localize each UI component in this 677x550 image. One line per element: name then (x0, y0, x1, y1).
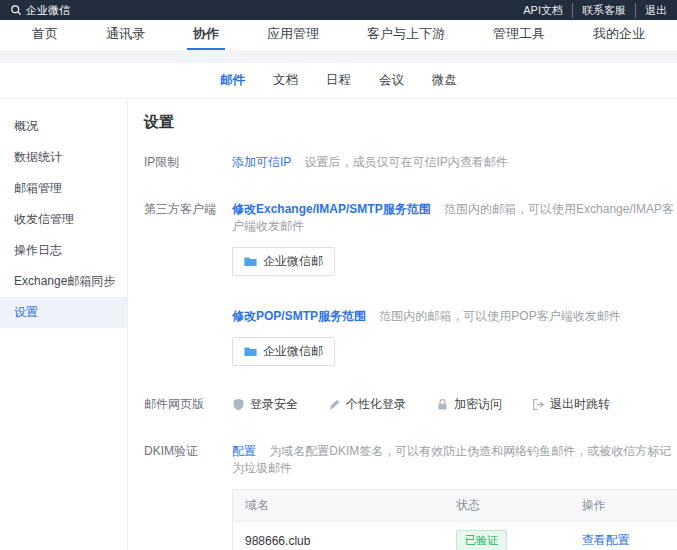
modify-exchange-imap-smtp-link[interactable]: 修改Exchange/IMAP/SMTP服务范围 (232, 202, 431, 216)
page-title: 设置 (144, 113, 677, 132)
sidebar-item-mailbox-mgmt[interactable]: 邮箱管理 (0, 173, 127, 204)
dkim-header-status: 状态 (444, 490, 570, 522)
exchange-imap-block: 修改Exchange/IMAP/SMTP服务范围 范围内的邮箱，可以使用Exch… (232, 201, 677, 276)
table-row: 988666.club 已验证 查看配置 (233, 522, 677, 550)
sidebar-item-send-receive[interactable]: 收发信管理 (0, 204, 127, 235)
section-ip-limit: IP限制 添加可信IP 设置后，成员仅可在可信IP内查看邮件 (144, 154, 677, 171)
sidebar-item-statistics[interactable]: 数据统计 (0, 142, 127, 173)
nav-app-management[interactable]: 应用管理 (261, 20, 325, 50)
redirect-icon (532, 398, 545, 411)
wecom-logo-icon (10, 4, 22, 16)
subtab-docs[interactable]: 文档 (273, 72, 298, 89)
shield-icon (232, 398, 245, 411)
sidebar: 概况 数据统计 邮箱管理 收发信管理 操作日志 Exchange邮箱同步 设置 (0, 99, 128, 550)
ip-limit-label: IP限制 (144, 154, 220, 171)
subtab-mail[interactable]: 邮件 (220, 72, 245, 89)
wecom-mail-button-label: 企业微信邮 (263, 343, 323, 360)
panel-body: 概况 数据统计 邮箱管理 收发信管理 操作日志 Exchange邮箱同步 设置 … (0, 99, 677, 550)
main-panel: 邮件 文档 日程 会议 微盘 概况 数据统计 邮箱管理 收发信管理 操作日志 E… (0, 63, 677, 550)
section-webmail: 邮件网页版 登录安全 个性化登录 (144, 396, 677, 413)
folder-icon (244, 256, 257, 267)
section-dkim: DKIM验证 配置 为域名配置DKIM签名，可以有效防止伪造和网络钓鱼邮件，或被… (144, 443, 677, 550)
lock-icon (436, 398, 449, 411)
pop-smtp-desc: 范围内的邮箱，可以使用POP客户端收发邮件 (379, 309, 620, 323)
collab-subtabs: 邮件 文档 日程 会议 微盘 (0, 63, 677, 99)
nav-collaboration[interactable]: 协作 (187, 20, 225, 50)
dkim-header-domain: 域名 (233, 490, 445, 522)
personalize-icon (328, 398, 341, 411)
modify-pop-smtp-link[interactable]: 修改POP/SMTP服务范围 (232, 309, 366, 323)
webmail-item-label: 个性化登录 (346, 396, 406, 413)
view-config-link[interactable]: 查看配置 (582, 533, 630, 547)
sidebar-item-overview[interactable]: 概况 (0, 111, 127, 142)
pop-smtp-block: 修改POP/SMTP服务范围 范围内的邮箱，可以使用POP客户端收发邮件 企业微… (232, 308, 677, 366)
nav-contacts[interactable]: 通讯录 (100, 20, 151, 50)
webmail-logout-redirect[interactable]: 退出时跳转 (532, 396, 610, 413)
topbar-link-api-docs[interactable]: API文档 (523, 3, 563, 18)
dkim-label: DKIM验证 (144, 443, 220, 550)
webmail-item-label: 登录安全 (250, 396, 298, 413)
sidebar-item-settings[interactable]: 设置 (0, 297, 127, 328)
topbar: 企业微信 API文档 联系客服 退出 (0, 0, 677, 20)
add-trusted-ip-link[interactable]: 添加可信IP (232, 155, 291, 169)
dkim-domain: 988666.club (233, 522, 445, 550)
nav-customers[interactable]: 客户与上下游 (361, 20, 451, 50)
dkim-header-action: 操作 (570, 490, 677, 522)
wecom-mail-scope-button-1[interactable]: 企业微信邮 (232, 247, 335, 276)
topbar-link-logout[interactable]: 退出 (635, 3, 667, 18)
wecom-mail-button-label: 企业微信邮 (263, 253, 323, 270)
webmail-personalized-login[interactable]: 个性化登录 (328, 396, 406, 413)
wecom-mail-scope-button-2[interactable]: 企业微信邮 (232, 337, 335, 366)
topbar-link-contact-support[interactable]: 联系客服 (572, 3, 626, 18)
section-third-party-clients: 第三方客户端 修改Exchange/IMAP/SMTP服务范围 范围内的邮箱，可… (144, 201, 677, 366)
webmail-item-label: 加密访问 (454, 396, 502, 413)
folder-icon (244, 346, 257, 357)
nav-my-company[interactable]: 我的企业 (587, 20, 651, 50)
settings-content: 设置 IP限制 添加可信IP 设置后，成员仅可在可信IP内查看邮件 第三方客户端… (128, 99, 677, 550)
nav-home[interactable]: 首页 (26, 20, 64, 50)
subtab-drive[interactable]: 微盘 (432, 72, 457, 89)
dkim-configure-link[interactable]: 配置 (232, 444, 256, 458)
webmail-label: 邮件网页版 (144, 396, 220, 413)
status-badge: 已验证 (456, 530, 507, 550)
nav-admin-tools[interactable]: 管理工具 (487, 20, 551, 50)
subtab-calendar[interactable]: 日程 (326, 72, 351, 89)
dkim-table-header-row: 域名 状态 操作 (233, 490, 677, 522)
webmail-encrypted-access[interactable]: 加密访问 (436, 396, 502, 413)
sidebar-item-operation-log[interactable]: 操作日志 (0, 235, 127, 266)
dkim-table: 域名 状态 操作 988666.club 已验证 查看配置 (232, 489, 677, 550)
wecom-logo[interactable]: 企业微信 (10, 3, 70, 18)
topbar-links: API文档 联系客服 退出 (523, 3, 667, 18)
ip-limit-desc: 设置后，成员仅可在可信IP内查看邮件 (304, 155, 507, 169)
sidebar-item-exchange-sync[interactable]: Exchange邮箱同步 (0, 266, 127, 297)
page-background-band (0, 50, 677, 63)
subtab-meeting[interactable]: 会议 (379, 72, 404, 89)
dkim-desc: 为域名配置DKIM签名，可以有效防止伪造和网络钓鱼邮件，或被收信方标记为垃圾邮件 (232, 444, 671, 475)
webmail-item-label: 退出时跳转 (550, 396, 610, 413)
logo-text: 企业微信 (26, 3, 70, 18)
webmail-login-security[interactable]: 登录安全 (232, 396, 298, 413)
main-nav: 首页 通讯录 协作 应用管理 客户与上下游 管理工具 我的企业 (0, 20, 677, 50)
third-party-label: 第三方客户端 (144, 201, 220, 366)
